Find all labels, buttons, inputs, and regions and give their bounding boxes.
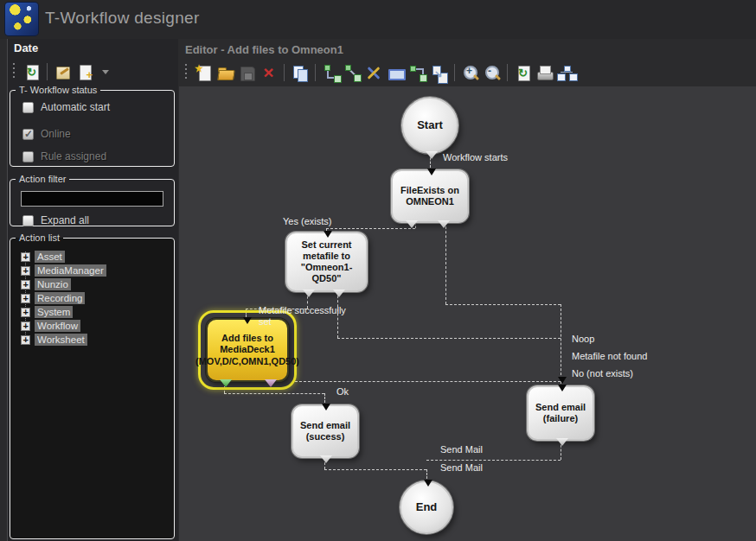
node-label: End <box>416 500 438 514</box>
action-list-tree: AssetMediaManagerNunzioRecordingSystemWo… <box>14 248 170 535</box>
cross-icon[interactable] <box>364 63 384 83</box>
zoom-in-icon[interactable]: + <box>460 63 480 83</box>
edge-label: Yes (exists) <box>283 216 331 227</box>
edge-segment <box>426 460 561 461</box>
sidebar-toolbar: ↻+ <box>10 59 175 85</box>
polyline-icon[interactable] <box>407 63 427 83</box>
workflow-status-group: T- Workflow status Automatic startOnline… <box>10 85 175 167</box>
app-header: T-Workflow designer <box>0 0 756 39</box>
node-start[interactable]: Start <box>401 97 458 154</box>
edge-label: Noop <box>572 334 594 345</box>
workflow-canvas[interactable]: Workflow startsYes (exists)Metafile succ… <box>179 86 756 541</box>
tree-item-recording[interactable]: Recording <box>14 291 170 305</box>
tree-item-worksheet[interactable]: Worksheet <box>14 333 170 347</box>
checkbox-label: Rule assigned <box>41 150 106 162</box>
delete-icon-glyph: × <box>259 63 279 83</box>
zoom-out-icon[interactable]: - <box>482 63 502 83</box>
tree-item-system[interactable]: System <box>14 305 170 319</box>
tree-expander-icon[interactable] <box>21 280 30 290</box>
edge-segment <box>324 469 426 470</box>
edge-segment <box>295 381 561 382</box>
checkbox-automatic-start[interactable]: Automatic start <box>22 101 174 113</box>
connector-icon[interactable] <box>321 63 341 83</box>
refresh-icon-glyph: ↻ <box>22 62 42 82</box>
reroute-icon[interactable]: ↘ <box>429 63 449 83</box>
checkbox-rule-assigned[interactable]: Rule assigned <box>22 150 174 162</box>
tree-item-workflow[interactable]: Workflow <box>14 319 170 333</box>
connector-nub-icon[interactable] <box>426 151 438 159</box>
app-title: T-Workflow designer <box>45 9 200 28</box>
checkbox-label: Automatic start <box>41 101 110 113</box>
connector-nub-icon[interactable] <box>320 455 332 463</box>
tree-item-label: Workflow <box>35 320 80 332</box>
editor-title: Editor - Add files to Omneon1 <box>185 43 343 56</box>
tree-expander-icon[interactable] <box>21 308 30 317</box>
toolbar-separator <box>47 63 48 80</box>
node-set-current-metafile[interactable]: Set current metafile to "Omneon1-QD50" <box>285 232 368 292</box>
connector-nub-icon[interactable] <box>303 290 315 297</box>
node-file-exists-on-omneon1[interactable]: FileExists on OMNEON1 <box>391 169 469 223</box>
tree-item-nunzio[interactable]: Nunzio <box>14 277 170 291</box>
edge-arrowhead-icon <box>424 480 432 487</box>
tree-item-label: System <box>35 306 73 318</box>
edge-segment <box>426 469 427 479</box>
edge-label: Workflow starts <box>443 152 508 163</box>
checkbox-label: Expand all <box>41 214 89 226</box>
tree-expander-icon[interactable] <box>21 335 30 345</box>
edge-label: No (not exists) <box>572 368 633 379</box>
edge-arrowhead-icon <box>324 231 332 238</box>
layout-icon[interactable] <box>556 63 576 83</box>
connector-nub-icon[interactable] <box>556 438 568 446</box>
tree-item-asset[interactable]: Asset <box>14 250 170 264</box>
editor-toolbar: ★×↘+-↻ <box>182 60 756 86</box>
toolbar-grip[interactable] <box>12 63 16 80</box>
line-icon[interactable] <box>343 63 362 83</box>
edge-arrowhead-icon <box>558 377 567 384</box>
edge-arrowhead-icon <box>322 404 330 411</box>
action-list-group-title: Action list <box>16 232 63 243</box>
print-icon[interactable] <box>535 63 554 83</box>
edge-segment <box>324 393 325 403</box>
toolbar-grip[interactable] <box>184 64 189 81</box>
node-label: Set current metafile to "Omneon1-QD50" <box>290 239 363 285</box>
properties-icon[interactable] <box>53 62 73 82</box>
tree-expander-icon[interactable] <box>21 294 30 303</box>
preview-icon-glyph: ↻ <box>513 63 533 83</box>
copy-icon[interactable] <box>290 63 310 83</box>
checkbox-box <box>22 129 34 140</box>
edge-segment <box>445 222 446 304</box>
checkbox-box <box>22 151 34 162</box>
add-item-icon-glyph: + <box>74 62 94 82</box>
connector-nub-icon[interactable] <box>438 220 450 228</box>
checkbox-online[interactable]: Online <box>22 128 174 140</box>
action-filter-input[interactable] <box>21 191 163 207</box>
refresh-icon[interactable]: ↻ <box>22 62 42 82</box>
checkbox-box <box>22 215 34 226</box>
zoom-in-icon-glyph: + <box>460 63 480 83</box>
dropdown-icon[interactable] <box>96 62 116 82</box>
new-icon[interactable]: ★ <box>194 63 214 83</box>
tree-item-label: Nunzio <box>35 278 71 290</box>
rectangle-icon[interactable] <box>386 63 406 83</box>
add-item-icon[interactable]: + <box>74 62 94 82</box>
connector-nub-icon[interactable] <box>333 290 345 297</box>
tree-expander-icon[interactable] <box>21 266 30 276</box>
edge-segment <box>445 304 561 305</box>
checkbox-expand-all[interactable]: Expand all <box>22 214 174 226</box>
toolbar-separator <box>315 64 316 81</box>
edge-segment <box>326 228 415 229</box>
node-send-email-failure[interactable]: Send email (failure) <box>527 385 594 441</box>
edge-label: Metafile successfully set <box>259 305 349 328</box>
node-label: Start <box>417 118 443 132</box>
open-icon[interactable] <box>215 63 235 83</box>
tree-expander-icon[interactable] <box>21 252 30 262</box>
delete-icon[interactable]: × <box>259 63 279 83</box>
preview-icon[interactable]: ↻ <box>513 63 533 83</box>
edge-segment <box>337 338 561 339</box>
node-label: FileExists on OMNEON1 <box>395 185 464 207</box>
node-end[interactable]: End <box>400 481 453 534</box>
save-icon[interactable] <box>237 63 257 83</box>
tree-expander-icon[interactable] <box>21 321 30 331</box>
tree-item-mediamanager[interactable]: MediaManager <box>14 264 170 277</box>
node-send-email-sucess[interactable]: Send email (sucess) <box>292 404 359 458</box>
